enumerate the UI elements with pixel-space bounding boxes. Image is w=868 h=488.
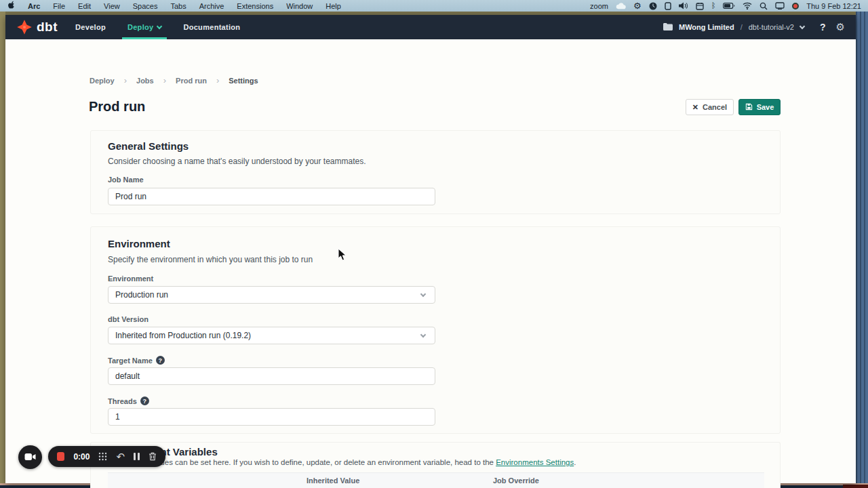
help-icon[interactable]: ?	[156, 356, 165, 365]
bluetooth-icon[interactable]: ᛒ	[711, 2, 716, 9]
help-button[interactable]: ?	[820, 22, 826, 33]
search-icon[interactable]	[760, 2, 768, 10]
app-box-icon[interactable]	[665, 2, 671, 10]
chevron-down-icon	[420, 291, 426, 296]
display-icon[interactable]	[775, 2, 785, 9]
trash-icon[interactable]	[149, 452, 157, 461]
environment-subtitle: Specify the environment in which you wan…	[108, 255, 313, 264]
calendar-icon[interactable]	[696, 2, 704, 10]
apple-menu-icon[interactable]	[7, 1, 15, 11]
env-vars-table-header: Inherited Value Job Override	[108, 472, 764, 488]
page-title: Prod run	[89, 99, 145, 115]
environment-select-label: Environment	[108, 274, 153, 283]
close-icon: ✕	[692, 103, 698, 112]
environment-card: Environment Specify the environment in w…	[90, 226, 781, 434]
cloud-icon[interactable]	[616, 3, 626, 9]
column-job-override: Job Override	[493, 476, 539, 485]
tab-develop[interactable]: Develop	[75, 15, 106, 39]
breadcrumb-jobs[interactable]: Jobs	[136, 77, 154, 85]
cancel-button[interactable]: ✕ Cancel	[686, 99, 734, 115]
browser-window: dbt Develop Deploy Documentation MWong L…	[5, 15, 856, 483]
general-settings-title: General Settings	[108, 140, 189, 152]
wallpaper-right	[856, 12, 868, 488]
dbt-version-select[interactable]: Inherited from Production run (0.19.2)	[108, 327, 435, 344]
macos-menubar: Arc File Edit View Spaces Tabs Archive E…	[0, 0, 868, 12]
menubar-zoom-app[interactable]: zoom	[590, 2, 608, 10]
project-name[interactable]: dbt-tutorial-v2	[749, 23, 794, 31]
menu-archive[interactable]: Archive	[199, 2, 224, 10]
screen-recording-indicator-icon[interactable]	[792, 3, 799, 9]
video-camera-icon	[24, 451, 36, 464]
help-icon[interactable]: ?	[140, 396, 149, 405]
dbt-logo[interactable]: dbt	[16, 19, 58, 35]
chevron-down-icon	[420, 331, 426, 337]
tab-deploy[interactable]: Deploy	[127, 15, 161, 39]
chevron-down-icon[interactable]	[800, 23, 805, 28]
general-settings-subtitle: Consider choosing a name that's easily u…	[108, 157, 366, 166]
mouse-cursor	[338, 248, 347, 264]
breadcrumb-settings[interactable]: Settings	[229, 77, 258, 85]
screen: Arc File Edit View Spaces Tabs Archive E…	[0, 0, 868, 488]
menu-tabs[interactable]: Tabs	[170, 2, 186, 10]
save-floppy-icon	[745, 103, 753, 112]
breadcrumb: Deploy › Jobs › Prod run › Settings	[90, 75, 258, 85]
job-name-input[interactable]	[108, 188, 435, 205]
volume-icon[interactable]	[679, 2, 688, 9]
menu-extensions[interactable]: Extensions	[237, 2, 273, 10]
chevron-right-icon: ›	[124, 75, 127, 85]
dbt-brand-text: dbt	[37, 20, 58, 35]
settings-gear-icon[interactable]: ⚙	[836, 21, 845, 33]
chevron-down-icon	[157, 23, 162, 28]
menu-view[interactable]: View	[104, 2, 120, 10]
environments-settings-link[interactable]: Environments Settings	[496, 458, 574, 466]
menu-file[interactable]: File	[53, 2, 65, 10]
wallpaper-left	[0, 12, 5, 488]
battery-icon[interactable]	[723, 3, 735, 9]
undo-icon[interactable]: ↶	[116, 451, 125, 462]
threads-input[interactable]	[108, 408, 435, 426]
menubar-app-name[interactable]: Arc	[28, 2, 40, 10]
target-name-label: Target Name ?	[108, 356, 165, 365]
folder-icon	[663, 23, 673, 32]
menu-window[interactable]: Window	[286, 2, 313, 10]
menubar-clock[interactable]: Thu 9 Feb 12:21	[806, 2, 861, 10]
menu-spaces[interactable]: Spaces	[133, 2, 158, 10]
breadcrumb-deploy[interactable]: Deploy	[90, 77, 115, 85]
wallpaper-bottom-red	[843, 485, 868, 488]
account-name[interactable]: MWong Limited	[679, 23, 734, 31]
menu-help[interactable]: Help	[326, 2, 341, 10]
target-name-input[interactable]	[108, 367, 435, 385]
effects-grid-icon[interactable]	[98, 452, 107, 461]
environment-select[interactable]: Production run	[108, 286, 435, 304]
recording-time: 0:00	[73, 452, 90, 462]
dbt-version-label: dbt Version	[108, 315, 149, 323]
job-name-label: Job Name	[108, 176, 144, 184]
clock-icon[interactable]	[649, 2, 657, 10]
menu-edit[interactable]: Edit	[78, 2, 91, 10]
dbt-navbar: dbt Develop Deploy Documentation MWong L…	[5, 15, 856, 39]
environment-variables-card: Environment Variables Job level override…	[90, 442, 781, 488]
environment-title: Environment	[108, 238, 170, 249]
tab-documentation[interactable]: Documentation	[183, 15, 240, 39]
threads-label: Threads ?	[108, 396, 149, 405]
camera-bubble-button[interactable]	[18, 445, 42, 469]
account-separator: /	[741, 23, 743, 31]
breadcrumb-prod-run[interactable]: Prod run	[176, 77, 207, 85]
dbt-logo-icon	[16, 19, 33, 35]
environment-variables-description: Job level overrides can be set here. If …	[108, 458, 576, 466]
column-inherited-value: Inherited Value	[307, 476, 493, 485]
pause-button[interactable]	[134, 453, 140, 460]
chevron-right-icon: ›	[216, 75, 219, 85]
recording-toolbar: 0:00 ↶	[48, 446, 165, 467]
general-settings-card: General Settings Consider choosing a nam…	[90, 130, 781, 214]
stop-record-button[interactable]	[57, 452, 64, 461]
gear-icon[interactable]: ⚙	[633, 1, 642, 10]
wifi-icon[interactable]	[743, 2, 752, 9]
save-button[interactable]: Save	[738, 99, 781, 115]
chevron-right-icon: ›	[163, 75, 166, 85]
